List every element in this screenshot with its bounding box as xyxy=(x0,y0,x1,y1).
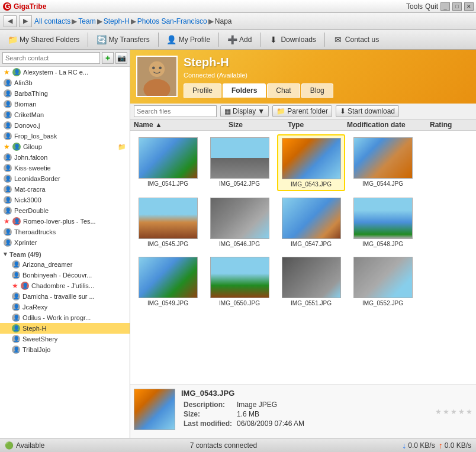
contact-item[interactable]: 👤Steph-H xyxy=(0,323,130,334)
file-item[interactable]: IMG_0549.JPG xyxy=(134,254,202,309)
contact-list: ★👤Alexystem - La RC e...👤Alin3b👤BarbaThi… xyxy=(0,67,130,438)
contact-item[interactable]: 👤Nick3000 xyxy=(0,195,130,205)
status-left: 🟢 Available xyxy=(5,441,44,450)
contact-item[interactable]: 👤TribalJojo xyxy=(0,344,130,355)
tab-blog[interactable]: Blog xyxy=(301,83,333,98)
contact-item[interactable]: ★👤Chadombre - J'utilis... xyxy=(0,280,130,291)
back-button[interactable]: ◀ xyxy=(4,15,17,27)
contact-avatar: 👤 xyxy=(4,153,12,162)
contact-item[interactable]: 👤Damicha - travaille sur ... xyxy=(0,291,130,302)
col-type[interactable]: Type xyxy=(288,121,347,129)
camera-button[interactable]: 📷 xyxy=(115,52,127,64)
contact-item[interactable]: 👤Frop_los_bask xyxy=(0,131,130,141)
close-button[interactable]: ✕ xyxy=(464,2,474,11)
tab-folders[interactable]: Folders xyxy=(223,83,266,98)
contact-icon: ✉ xyxy=(333,35,343,44)
file-name: IMG_0547.JPG xyxy=(291,241,332,247)
breadcrumb-photos[interactable]: Photos San-Francisco xyxy=(137,17,207,25)
profile-tabs: Profile Folders Chat Blog xyxy=(184,83,470,98)
file-item[interactable]: IMG_0541.JPG xyxy=(134,134,202,191)
file-item[interactable]: IMG_0544.JPG xyxy=(349,134,417,191)
contact-item[interactable]: ▾Team (4/9) xyxy=(0,248,130,259)
contact-item[interactable]: 👤Bioman xyxy=(0,99,130,109)
file-item[interactable]: IMG_0546.JPG xyxy=(205,195,274,250)
contact-item[interactable]: 👤JcaRexy xyxy=(0,302,130,312)
contact-us-button[interactable]: ✉ Contact us xyxy=(328,33,384,47)
contact-item[interactable]: 👤Bonbinyeah - Découvr... xyxy=(0,270,130,280)
contact-item[interactable]: 👤PeerDouble xyxy=(0,205,130,216)
tab-chat[interactable]: Chat xyxy=(267,83,300,98)
contact-item[interactable]: 👤SweetShery xyxy=(0,334,130,344)
display-button[interactable]: ▦ Display ▼ xyxy=(220,105,269,117)
info-thumbnail xyxy=(134,389,175,430)
file-item[interactable]: IMG_0552.JPG xyxy=(349,254,417,309)
info-size-row: Size: 1.6 MB xyxy=(181,409,307,419)
contact-item[interactable]: 👤Alin3b xyxy=(0,78,130,88)
file-item[interactable]: IMG_0543.JPG xyxy=(277,134,345,191)
star-2[interactable]: ★ xyxy=(443,408,449,416)
star-4[interactable]: ★ xyxy=(458,408,465,416)
tab-profile[interactable]: Profile xyxy=(184,83,221,98)
star-1[interactable]: ★ xyxy=(435,408,442,416)
breadcrumb-steph-h[interactable]: Steph-H xyxy=(104,17,130,25)
thumbnail-image xyxy=(353,257,413,298)
downloads-button[interactable]: ⬇ Downloads xyxy=(263,33,321,47)
col-mod-date[interactable]: Modification date xyxy=(347,121,430,129)
thumbnail-image xyxy=(353,198,413,239)
contact-avatar: 👤 xyxy=(12,303,20,311)
col-size[interactable]: Size xyxy=(229,121,288,129)
contact-avatar: 👤 xyxy=(4,89,12,98)
add-button[interactable]: ➕ Add xyxy=(222,33,257,47)
my-shared-folders-button[interactable]: 📁 My Shared Folders xyxy=(2,33,85,47)
file-item[interactable]: IMG_0550.JPG xyxy=(205,254,274,309)
contact-item[interactable]: ★👤Alexystem - La RC e... xyxy=(0,67,130,78)
maximize-button[interactable]: □ xyxy=(452,2,462,11)
col-name[interactable]: Name ▲ xyxy=(134,121,229,129)
tools-menu[interactable]: Tools xyxy=(406,2,423,11)
star-5[interactable]: ★ xyxy=(466,408,472,416)
search-input[interactable] xyxy=(2,52,100,64)
contact-item[interactable]: 👤BarbaThing xyxy=(0,88,130,99)
contact-item[interactable]: 👤Kiss-sweetie xyxy=(0,163,130,173)
contact-avatar: 👤 xyxy=(4,111,12,119)
forward-button[interactable]: ▶ xyxy=(19,15,32,27)
star-3[interactable]: ★ xyxy=(451,408,457,416)
contact-name: Xprinter xyxy=(14,239,37,246)
shared-folders-icon: 📁 xyxy=(8,35,17,44)
contact-item[interactable]: 👤Xprinter xyxy=(0,237,130,248)
info-rating[interactable]: ★ ★ ★ ★ ★ xyxy=(435,389,472,434)
contact-item[interactable]: 👤Odilus - Work in progr... xyxy=(0,312,130,323)
start-download-button[interactable]: ⬇ Start download xyxy=(336,105,399,117)
breadcrumb-all-contacts[interactable]: All contacts xyxy=(34,17,70,25)
parent-folder-button[interactable]: 📁 Parent folder xyxy=(272,105,332,117)
breadcrumb-team[interactable]: Team xyxy=(78,17,95,25)
minimize-button[interactable]: _ xyxy=(440,2,450,11)
contact-item[interactable]: 👤Donovo.j xyxy=(0,120,130,131)
profile-name: Steph-H xyxy=(184,56,470,69)
contact-item[interactable]: ★👤Romeo-lover-plus - Tes... xyxy=(0,216,130,227)
quit-button[interactable]: Quit xyxy=(425,2,438,11)
contact-item[interactable]: ★👤Giloup📁 xyxy=(0,141,130,152)
contact-item[interactable]: 👤John.falcon xyxy=(0,152,130,163)
contact-item[interactable]: 👤Mat-cracra xyxy=(0,184,130,195)
col-rating[interactable]: Rating xyxy=(430,121,472,129)
group-collapse-icon[interactable]: ▾ xyxy=(4,250,7,258)
file-item[interactable]: IMG_0551.JPG xyxy=(277,254,345,309)
breadcrumb-current: Napa xyxy=(215,17,232,25)
contact-item[interactable]: 👤Arizona_dreamer xyxy=(0,259,130,270)
file-item[interactable]: IMG_0542.JPG xyxy=(205,134,274,191)
contact-item[interactable]: 👤Theroadtrucks xyxy=(0,227,130,237)
file-item[interactable]: IMG_0547.JPG xyxy=(277,195,345,250)
add-contact-button[interactable]: + xyxy=(102,52,114,64)
search-files-input[interactable] xyxy=(134,105,217,117)
modified-label: Last modified: xyxy=(181,419,234,428)
contact-item[interactable]: 👤LeonidaxBorder xyxy=(0,173,130,184)
parent-folder-icon: 📁 xyxy=(276,107,285,115)
my-transfers-button[interactable]: 🔄 My Transfers xyxy=(91,33,155,47)
file-item[interactable]: IMG_0545.JPG xyxy=(134,195,202,250)
contact-avatar: 👤 xyxy=(12,260,20,269)
file-name: IMG_0550.JPG xyxy=(219,300,260,306)
my-profile-button[interactable]: 👤 My Profile xyxy=(162,33,216,47)
contact-item[interactable]: 👤CriketMan xyxy=(0,109,130,120)
file-item[interactable]: IMG_0548.JPG xyxy=(349,195,417,250)
